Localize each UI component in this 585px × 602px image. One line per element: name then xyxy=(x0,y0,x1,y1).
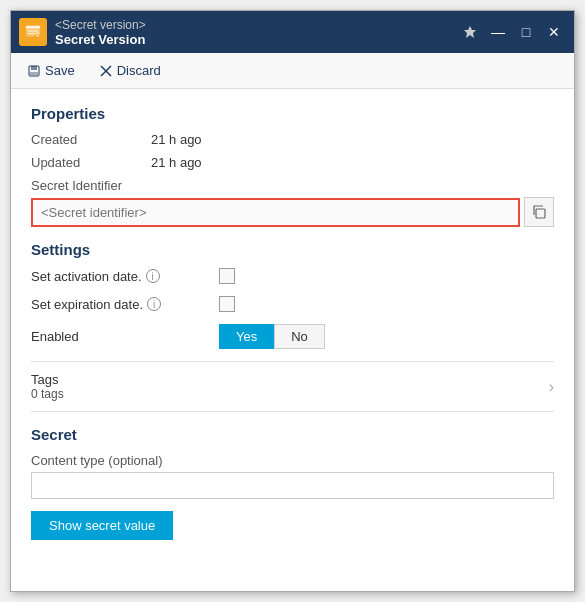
minimize-button[interactable]: — xyxy=(486,20,510,44)
content-type-label: Content type (optional) xyxy=(31,453,554,468)
secret-identifier-wrapper xyxy=(31,197,554,227)
activation-checkbox[interactable] xyxy=(219,268,235,284)
expiration-info-icon[interactable]: i xyxy=(147,297,161,311)
svg-rect-1 xyxy=(26,26,40,29)
close-button[interactable]: ✕ xyxy=(542,20,566,44)
window-title-placeholder: <Secret version> xyxy=(55,18,146,32)
window-icon xyxy=(19,18,47,46)
expiration-row: Set expiration date. i xyxy=(31,296,554,312)
tags-row[interactable]: Tags 0 tags › xyxy=(31,361,554,412)
save-button[interactable]: Save xyxy=(23,61,79,80)
show-secret-button[interactable]: Show secret value xyxy=(31,511,173,540)
tags-count: 0 tags xyxy=(31,387,64,401)
tags-chevron-icon: › xyxy=(549,378,554,396)
pin-button[interactable] xyxy=(458,20,482,44)
expiration-label: Set expiration date. xyxy=(31,297,143,312)
secret-identifier-input[interactable] xyxy=(31,198,520,227)
content-type-input[interactable] xyxy=(31,472,554,499)
title-bar-left: <Secret version> Secret Version xyxy=(19,18,146,47)
main-window: <Secret version> Secret Version — □ ✕ xyxy=(10,10,575,592)
copy-identifier-button[interactable] xyxy=(524,197,554,227)
updated-row: Updated 21 h ago xyxy=(31,155,554,170)
enabled-label-group: Enabled xyxy=(31,329,211,344)
settings-section-title: Settings xyxy=(31,241,554,258)
no-toggle-button[interactable]: No xyxy=(274,324,325,349)
created-value: 21 h ago xyxy=(151,132,202,147)
svg-rect-11 xyxy=(536,209,545,218)
toolbar: Save Discard xyxy=(11,53,574,89)
svg-rect-3 xyxy=(28,33,35,34)
yes-toggle-button[interactable]: Yes xyxy=(219,324,274,349)
tags-label: Tags xyxy=(31,372,64,387)
updated-label: Updated xyxy=(31,155,151,170)
activation-label: Set activation date. xyxy=(31,269,142,284)
secret-section-title: Secret xyxy=(31,426,554,443)
activation-info-icon[interactable]: i xyxy=(146,269,160,283)
properties-section-title: Properties xyxy=(31,105,554,122)
enabled-row: Enabled Yes No xyxy=(31,324,554,349)
window-subtitle: Secret Version xyxy=(55,32,146,47)
created-row: Created 21 h ago xyxy=(31,132,554,147)
title-bar: <Secret version> Secret Version — □ ✕ xyxy=(11,11,574,53)
expiration-label-group: Set expiration date. i xyxy=(31,297,211,312)
activation-row: Set activation date. i xyxy=(31,268,554,284)
tags-info: Tags 0 tags xyxy=(31,372,64,401)
enabled-label: Enabled xyxy=(31,329,79,344)
save-label: Save xyxy=(45,63,75,78)
discard-button[interactable]: Discard xyxy=(95,61,165,80)
activation-label-group: Set activation date. i xyxy=(31,269,211,284)
svg-rect-7 xyxy=(31,66,37,70)
updated-value: 21 h ago xyxy=(151,155,202,170)
secret-identifier-label: Secret Identifier xyxy=(31,178,554,193)
content-area: Properties Created 21 h ago Updated 21 h… xyxy=(11,89,574,591)
svg-rect-5 xyxy=(37,35,39,37)
title-bar-controls: — □ ✕ xyxy=(458,20,566,44)
discard-label: Discard xyxy=(117,63,161,78)
svg-rect-8 xyxy=(30,72,38,75)
expiration-checkbox[interactable] xyxy=(219,296,235,312)
title-text: <Secret version> Secret Version xyxy=(55,18,146,47)
created-label: Created xyxy=(31,132,151,147)
enabled-toggle-group: Yes No xyxy=(219,324,325,349)
maximize-button[interactable]: □ xyxy=(514,20,538,44)
svg-rect-2 xyxy=(28,30,39,31)
